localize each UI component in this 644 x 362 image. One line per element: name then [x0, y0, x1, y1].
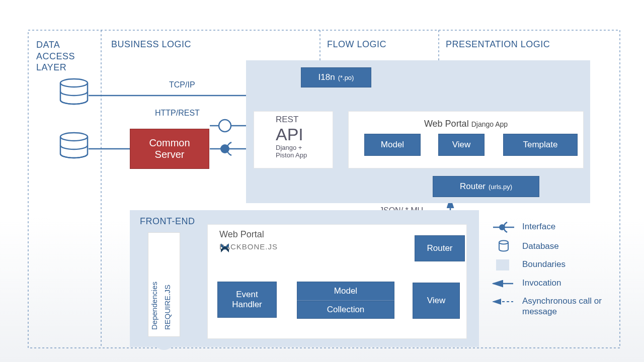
backbone-icon	[219, 242, 230, 253]
rest-api-rest: REST	[276, 115, 307, 125]
web-portal-django-title: Web Portal Django App	[349, 119, 583, 129]
view-box: View	[438, 134, 485, 156]
legend-database-label: Database	[522, 241, 559, 251]
requirejs-label: REQUIRE.JS	[163, 246, 172, 330]
fe-model-label: Model	[334, 286, 357, 296]
legend-invocation: Invocation	[522, 278, 561, 288]
event-handler-box: Event Handler	[217, 282, 277, 318]
web-portal2-label: Web Portal	[219, 229, 264, 240]
router-sub: (urls.py)	[489, 183, 512, 191]
django-app-label: Django App	[471, 120, 508, 128]
layer-flow-logic-label: FLOW LOGIC	[327, 39, 386, 50]
legend-invocation-label: Invocation	[522, 278, 561, 288]
template-label: Template	[523, 140, 558, 150]
common-server-l1: Common	[149, 137, 190, 149]
legend-async-label: Asynchronous call or message	[522, 296, 623, 317]
fe-collection-label: Collection	[327, 305, 365, 315]
svg-point-9	[219, 120, 231, 132]
layer-business-logic-label: BUSINESS LOGIC	[111, 39, 191, 50]
event-handler-l2: Handler	[232, 300, 262, 310]
legend-async: Asynchronous call or message	[522, 296, 623, 317]
rest-api-api: API	[276, 125, 307, 144]
event-handler-l1: Event	[236, 290, 258, 300]
fe-router-box: Router	[415, 235, 465, 261]
model-box: Model	[364, 134, 421, 156]
dependencies-label: Dependencies	[150, 246, 158, 330]
legend-boundaries: Boundaries	[522, 259, 566, 269]
fe-collection-box: Collection	[297, 301, 394, 319]
svg-point-25	[499, 241, 508, 244]
legend-interface: Interface	[522, 222, 555, 232]
svg-point-4	[60, 79, 88, 87]
rest-api-sub1: Django +	[276, 144, 307, 152]
layer-presentation-logic-label: PRESENTATION LOGIC	[446, 39, 550, 50]
rest-api-sub2: Piston App	[276, 152, 307, 159]
web-portal-label: Web Portal	[424, 119, 469, 129]
fe-view-label: View	[427, 296, 446, 306]
fe-model-box: Model	[297, 282, 394, 301]
view-label: View	[452, 140, 471, 150]
legend-database: Database	[522, 241, 559, 251]
fe-router-label: Router	[427, 243, 452, 253]
rest-api-text: REST API Django + Piston App	[276, 115, 307, 159]
legend-boundaries-label: Boundaries	[522, 259, 566, 269]
router-label: Router	[460, 182, 486, 192]
common-server-l2: Server	[155, 149, 185, 160]
tcp-ip-label: TCP/IP	[169, 80, 195, 89]
backbone-logo-row: BACKBONE.JS	[219, 242, 278, 251]
i18n-label: I18n	[318, 72, 335, 82]
i18n-sub: (*.po)	[338, 74, 354, 81]
layer-data-access-label: DATAACCESSLAYER	[36, 39, 75, 73]
router-box: Router (urls.py)	[433, 176, 539, 197]
legend-interface-label: Interface	[522, 222, 555, 232]
i18n-box: I18n (*.po)	[301, 67, 371, 87]
template-box: Template	[503, 134, 578, 156]
frontend-label: FRONT-END	[140, 216, 195, 227]
svg-rect-26	[496, 259, 509, 270]
fe-view-box: View	[413, 283, 460, 319]
svg-point-6	[60, 133, 88, 141]
http-rest-label: HTTP/REST	[155, 109, 200, 118]
model-label: Model	[381, 140, 404, 150]
common-server-box: Common Server	[130, 129, 209, 169]
